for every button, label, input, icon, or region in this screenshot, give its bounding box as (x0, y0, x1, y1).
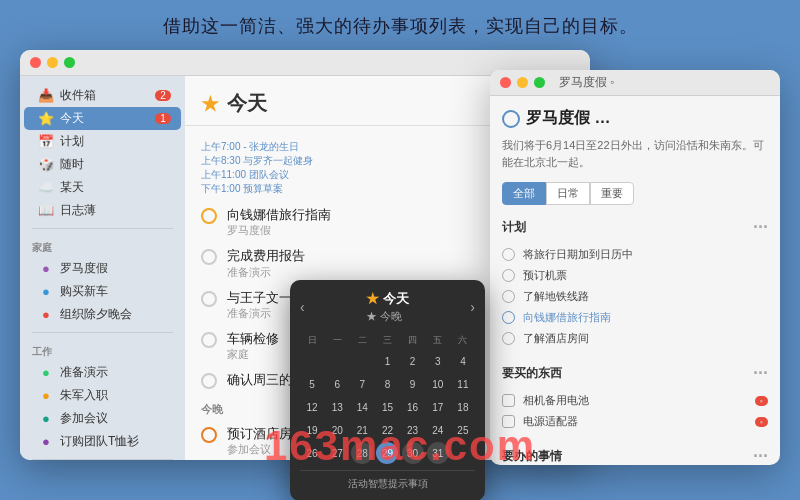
plan-label: 计划 (502, 219, 526, 236)
plan-more-icon[interactable]: ··· (753, 217, 768, 238)
task-circle-1 (201, 208, 217, 224)
cal-day-9[interactable]: 9 (402, 373, 424, 395)
cal-header-fri: 五 (426, 332, 450, 349)
detail-task-circle (502, 110, 520, 128)
plan-item-3-label: 了解地铁线路 (523, 289, 589, 304)
circle-icon-car: ● (38, 284, 54, 300)
detail-plan-item-2[interactable]: 预订机票 (502, 265, 768, 286)
circle-icon-roma: ● (38, 261, 54, 277)
sidebar-item-party[interactable]: ● 组织除夕晚会 (24, 303, 181, 326)
detail-tab-important[interactable]: 重要 (590, 182, 634, 205)
cal-day-3[interactable]: 3 (427, 350, 449, 372)
task-circle-2 (201, 249, 217, 265)
plan-item-4-label: 向钱娜借旅行指南 (523, 310, 611, 325)
buy-label: 要买的东西 (502, 365, 562, 382)
cal-day-13[interactable]: 13 (326, 396, 348, 418)
sidebar-item-car[interactable]: ● 购买新车 (24, 280, 181, 303)
cal-day-6[interactable]: 6 (326, 373, 348, 395)
cal-day-2[interactable]: 2 (402, 350, 424, 372)
buy-check-1 (502, 394, 515, 407)
watermark: 163mac.com (264, 422, 536, 470)
cal-day-16[interactable]: 16 (402, 396, 424, 418)
todo-more-icon[interactable]: ··· (753, 446, 768, 465)
buy-item-1[interactable]: 相机备用电池 ◦ (502, 390, 768, 411)
detail-plan-item-3[interactable]: 了解地铁线路 (502, 286, 768, 307)
sidebar-item-tshirt[interactable]: ● 订购团队T恤衫 (24, 430, 181, 453)
circle-icon-demo: ● (38, 365, 54, 381)
sidebar-today-label: 今天 (60, 110, 84, 127)
sidebar-item-plan[interactable]: 📅 计划 (24, 130, 181, 153)
sidebar-divider-1 (32, 228, 173, 229)
sidebar-work-header: 工作 (20, 339, 185, 361)
sidebar-item-today[interactable]: ⭐ 今天 1 (24, 107, 181, 130)
cal-prev-icon[interactable]: ‹ (300, 299, 305, 315)
cal-day-12[interactable]: 12 (301, 396, 323, 418)
cal-day-17[interactable]: 17 (427, 396, 449, 418)
task-circle-6 (201, 427, 217, 443)
sidebar-inbox-label: 收件箱 (60, 87, 96, 104)
detail-tab-daily[interactable]: 日常 (546, 182, 590, 205)
cal-header-thu: 四 (401, 332, 425, 349)
sidebar-diary-label: 日志薄 (60, 202, 96, 219)
sidebar-item-demo[interactable]: ● 准备演示 (24, 361, 181, 384)
detail-title-text: 罗马度假 ◦ (559, 74, 615, 91)
someday-icon: ☁️ (38, 180, 54, 196)
buy-item-1-label: 相机备用电池 (523, 393, 589, 408)
cal-day-1[interactable]: 1 (376, 350, 398, 372)
close-button[interactable] (30, 57, 41, 68)
star-icon-title: ★ (201, 92, 219, 116)
cal-day-5[interactable]: 5 (301, 373, 323, 395)
detail-plan-item-1[interactable]: 将旅行日期加到日历中 (502, 244, 768, 265)
sidebar-family-section: 家庭 ● 罗马度假 ● 购买新车 ● 组织除夕晚会 (20, 235, 185, 326)
detail-min-button[interactable] (517, 77, 528, 88)
sidebar-plan-label: 计划 (60, 133, 84, 150)
sidebar-item-someday[interactable]: ☁️ 某天 (24, 176, 181, 199)
detail-task-name: 罗马度假 … (526, 108, 610, 129)
screenshot-container: 📥 收件箱 2 ⭐ 今天 1 📅 计划 🎲 随 (20, 50, 780, 480)
detail-todo-title: 要办的事情 ··· (502, 446, 768, 465)
cal-next-icon[interactable]: › (470, 299, 475, 315)
detail-max-button[interactable] (534, 77, 545, 88)
minimize-button[interactable] (47, 57, 58, 68)
sidebar-someday-label: 某天 (60, 179, 84, 196)
detail-plan-item-5[interactable]: 了解酒店房间 (502, 328, 768, 349)
sidebar-item-random[interactable]: 🎲 随时 (24, 153, 181, 176)
cal-day-7[interactable]: 7 (351, 373, 373, 395)
sidebar-item-roma[interactable]: ● 罗马度假 (24, 257, 181, 280)
sidebar: 📥 收件箱 2 ⭐ 今天 1 📅 计划 🎲 随 (20, 76, 185, 460)
task-circle-4 (201, 332, 217, 348)
calendar-icon: 📅 (38, 134, 54, 150)
sidebar-divider-2 (32, 332, 173, 333)
calendar-header: ‹ ★ 今天 ★ 今晚 › (300, 290, 475, 324)
buy-item-2[interactable]: 电源适配器 ◦ (502, 411, 768, 432)
maximize-button[interactable] (64, 57, 75, 68)
task-circle-3 (201, 291, 217, 307)
sidebar-item-diary[interactable]: 📖 日志薄 (24, 199, 181, 222)
detail-task-title: 罗马度假 … (502, 108, 768, 129)
plan-check-1 (502, 248, 515, 261)
sidebar-item-inbox[interactable]: 📥 收件箱 2 (24, 84, 181, 107)
cal-day-14[interactable]: 14 (351, 396, 373, 418)
cal-day-10[interactable]: 10 (427, 373, 449, 395)
detail-window: 罗马度假 ◦ 罗马度假 … 我们将于6月14日至22日外出，访问沿恬和朱南东。可… (490, 70, 780, 465)
detail-plan-item-4[interactable]: 向钱娜借旅行指南 (502, 307, 768, 328)
sidebar-item-meeting[interactable]: ● 参加会议 (24, 407, 181, 430)
detail-close-button[interactable] (500, 77, 511, 88)
cal-day-18[interactable]: 18 (452, 396, 474, 418)
detail-tab-all[interactable]: 全部 (502, 182, 546, 205)
cal-day-8[interactable]: 8 (376, 373, 398, 395)
page-headline: 借助这一简洁、强大的待办事项列表，实现自己的目标。 (163, 14, 638, 38)
cal-day-15[interactable]: 15 (376, 396, 398, 418)
sidebar-inbox-section: 📥 收件箱 2 ⭐ 今天 1 📅 计划 🎲 随 (20, 84, 185, 222)
cal-header-sat: 六 (451, 332, 475, 349)
cal-day-empty-1 (301, 350, 323, 372)
detail-description: 我们将于6月14日至22日外出，访问沿恬和朱南东。可能在北京北一起。 (502, 137, 768, 170)
detail-plan-section: 计划 ··· 将旅行日期加到日历中 预订机票 了解地铁线路 向钱娜借 (502, 217, 768, 349)
cal-header-sun: 日 (300, 332, 324, 349)
cal-day-11[interactable]: 11 (452, 373, 474, 395)
sidebar-divider-3 (32, 459, 173, 460)
cal-day-4[interactable]: 4 (452, 350, 474, 372)
buy-more-icon[interactable]: ··· (753, 363, 768, 384)
today-badge: 1 (155, 113, 171, 124)
sidebar-item-zhu[interactable]: ● 朱军入职 (24, 384, 181, 407)
